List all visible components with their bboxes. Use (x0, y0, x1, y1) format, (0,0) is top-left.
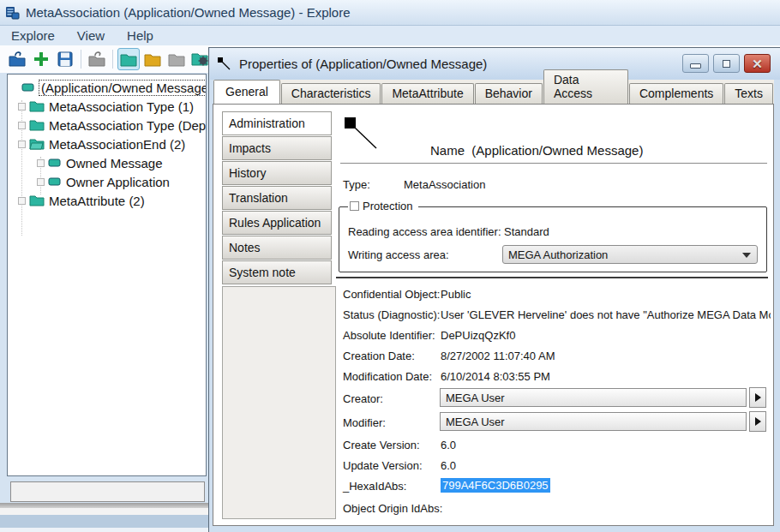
menu-view[interactable]: View (77, 28, 105, 43)
section-divider (336, 277, 768, 278)
explore-folder-icon[interactable] (117, 48, 140, 70)
absolute-identifier-value: DePUizqQzKf0 (441, 329, 515, 342)
reading-access-value: Standard (504, 225, 549, 238)
close-button[interactable]: ✕ (744, 54, 771, 73)
properties-dialog: Properties of (Application/Owned Message… (208, 47, 780, 532)
dialog-titlebar[interactable]: Properties of (Application/Owned Message… (210, 48, 780, 80)
selected-text[interactable]: 799A4F6C3D6B0295 (441, 478, 550, 493)
name-row: Name (Application/Owned Message) (430, 143, 643, 158)
side-tab-notes[interactable]: Notes (222, 236, 332, 260)
tree-item[interactable]: MetaAssociation Type (1) (18, 97, 194, 116)
modifier-picker-button[interactable] (749, 411, 766, 432)
tree-item-label: Owned Message (66, 156, 163, 170)
folder-icon (29, 119, 45, 131)
protection-label: Protection (363, 200, 413, 212)
reading-access-label: Reading access area identifier: (348, 225, 501, 238)
tree-item-label: MetaAttribute (2) (49, 194, 145, 208)
tree-item-root[interactable]: (Application/Owned Message) (18, 78, 207, 97)
app-titlebar: MetaAssociation (Application/Owned Messa… (0, 0, 780, 26)
writing-access-value: MEGA Authorization (508, 248, 608, 261)
toolbar-separator (112, 50, 113, 69)
association-pointer-icon (217, 57, 232, 72)
open-disabled-icon (86, 48, 108, 70)
confidential-object-value: Public (441, 288, 471, 301)
hexaidabs-value: 799A4F6C3D6B0295 (441, 479, 550, 492)
side-tab-impacts[interactable]: Impacts (222, 136, 332, 160)
modifier-value: MEGA User (446, 415, 505, 428)
folder-icon (29, 194, 45, 206)
tab-general[interactable]: General (213, 80, 280, 104)
tab-texts[interactable]: Texts (724, 83, 773, 104)
close-icon: ✕ (752, 57, 763, 70)
tab-characteristics[interactable]: Characteristics (281, 83, 381, 104)
open-model-icon[interactable] (6, 48, 28, 70)
menu-bar: Explore View Help (0, 26, 780, 45)
folder-open-icon (29, 138, 45, 150)
creator-field[interactable]: MEGA User (440, 388, 747, 407)
arrow-right-icon (755, 417, 761, 426)
restore-icon (723, 60, 730, 68)
create-version-value: 6.0 (441, 439, 456, 451)
creation-date-label: Creation Date: (343, 350, 415, 362)
confidential-object-label: Confidential Object: (343, 288, 440, 301)
status-diagnostic-value: User 'GLEVER Herveline' does not have "A… (441, 308, 771, 321)
toolbar-separator (81, 50, 81, 69)
status-bar (10, 481, 205, 502)
creation-date-value: 8/27/2002 11:07:40 AM (441, 350, 555, 362)
protection-legend: Protection (348, 200, 418, 212)
expander-icon[interactable] (18, 140, 26, 148)
creator-picker-button[interactable] (749, 387, 766, 408)
association-icon (21, 82, 35, 93)
chevron-down-icon (742, 253, 751, 258)
window-frame-bottom (0, 515, 208, 528)
menu-explore[interactable]: Explore (11, 28, 55, 43)
tree-item[interactable]: MetaAssociationEnd (2) (18, 134, 185, 153)
tab-data-access[interactable]: Data Access (543, 69, 628, 104)
side-tab-translation[interactable]: Translation (222, 186, 332, 210)
type-value: MetaAssociation (404, 178, 485, 191)
modification-date-value: 6/10/2014 8:03:55 PM (441, 370, 550, 383)
update-version-value: 6.0 (441, 459, 456, 472)
menu-help[interactable]: Help (127, 28, 153, 43)
tree-item-label: MetaAssociation Type (1) (49, 99, 194, 114)
window-title: MetaAssociation (Application/Owned Messa… (26, 5, 351, 20)
expander-icon[interactable] (18, 122, 26, 129)
restore-button[interactable] (713, 54, 740, 73)
creator-value: MEGA User (446, 392, 505, 404)
expander-icon[interactable] (37, 159, 45, 167)
absolute-identifier-label: Absolute Identifier: (343, 329, 435, 342)
dialog-title: Properties of (Application/Owned Message… (239, 57, 487, 71)
expander-icon[interactable] (37, 178, 45, 186)
modifier-field[interactable]: MEGA User (440, 412, 747, 431)
tab-metaattribute[interactable]: MetaAttribute (381, 83, 473, 104)
expander-icon[interactable] (18, 197, 26, 205)
side-tab-rules-application[interactable]: Rules Application (222, 211, 332, 235)
side-tab-system-note[interactable]: System note (222, 260, 332, 284)
save-icon[interactable] (54, 48, 76, 70)
type-label: Type: (343, 178, 370, 191)
status-diagnostic-label: Status (Diagnostic): (343, 308, 440, 321)
writing-access-label: Writing access area: (348, 248, 449, 261)
tab-complements[interactable]: Complements (629, 83, 723, 104)
tree-item[interactable]: MetaAssociation Type (Depr (18, 116, 207, 134)
minimize-button[interactable] (682, 54, 709, 73)
tree-item[interactable]: Owned Message (37, 153, 163, 172)
dialog-tabstrip: General Characteristics MetaAttribute Be… (213, 80, 774, 104)
tree-item-label: (Application/Owned Message) (39, 81, 207, 95)
library-folder-icon[interactable] (141, 48, 164, 70)
side-tab-administration[interactable]: Administration (222, 111, 332, 135)
add-icon[interactable] (30, 48, 52, 70)
writing-access-combobox[interactable]: MEGA Authorization (502, 245, 758, 264)
tree-item-label: Owner Application (66, 175, 170, 189)
tree-item[interactable]: Owner Application (37, 172, 170, 191)
protection-checkbox[interactable] (350, 201, 359, 211)
name-label: Name (430, 143, 465, 158)
arrow-right-icon (755, 393, 761, 402)
side-tab-history[interactable]: History (222, 161, 332, 185)
app-icon (5, 5, 21, 21)
update-version-label: Update Version: (343, 459, 423, 472)
tree-item[interactable]: MetaAttribute (2) (18, 191, 145, 210)
hexaidabs-label: _HexaIdAbs: (343, 480, 406, 493)
tab-behavior[interactable]: Behavior (475, 83, 543, 104)
expander-icon[interactable] (18, 103, 26, 111)
